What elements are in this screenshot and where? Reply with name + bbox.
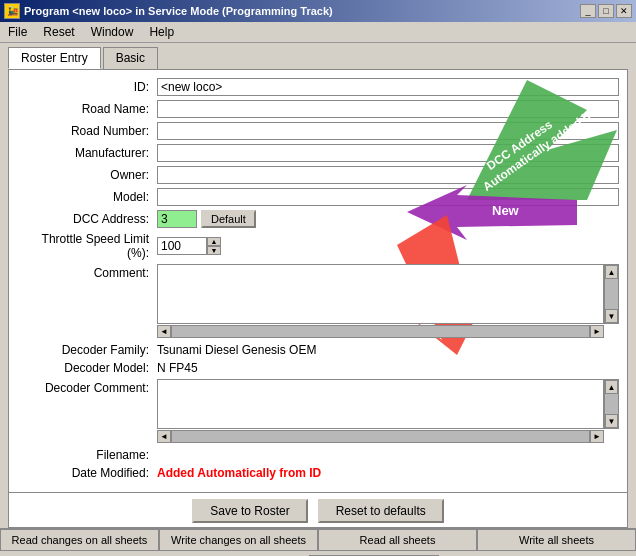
comment-container: ▲ ▼ ◄ ► bbox=[157, 264, 619, 339]
decoder-family-label: Decoder Family: bbox=[17, 343, 157, 357]
decoder-scrollbar-v[interactable]: ▲ ▼ bbox=[604, 379, 619, 429]
title-bar-buttons: _ □ ✕ bbox=[580, 4, 632, 18]
road-number-label: Road Number: bbox=[17, 124, 157, 138]
tabs-row: Roster Entry Basic bbox=[0, 43, 636, 69]
main-content: DCC Address Automatically added here New… bbox=[8, 69, 628, 493]
save-to-roster-button[interactable]: Save to Roster bbox=[192, 499, 307, 523]
model-input[interactable] bbox=[157, 188, 619, 206]
id-row: ID: bbox=[17, 78, 619, 96]
tab-basic[interactable]: Basic bbox=[103, 47, 158, 69]
road-number-input[interactable] bbox=[157, 122, 619, 140]
read-all-sheets-button[interactable]: Read all sheets bbox=[318, 529, 477, 551]
app-icon: 🚂 bbox=[4, 3, 20, 19]
dcc-address-row: DCC Address: Default bbox=[17, 210, 619, 228]
model-label: Model: bbox=[17, 190, 157, 204]
reset-to-defaults-button[interactable]: Reset to defaults bbox=[318, 499, 444, 523]
comment-scrollbar-h[interactable]: ◄ ► bbox=[157, 324, 604, 339]
throttle-input[interactable] bbox=[157, 237, 207, 255]
filename-row: Filename: bbox=[17, 448, 619, 462]
throttle-row: Throttle Speed Limit (%): ▲ ▼ bbox=[17, 232, 619, 260]
write-all-sheets-button[interactable]: Write all sheets bbox=[477, 529, 636, 551]
read-changes-all-sheets-button[interactable]: Read changes on all sheets bbox=[0, 529, 159, 551]
decoder-family-value: Tsunami Diesel Genesis OEM bbox=[157, 343, 316, 357]
decoder-comment-label: Decoder Comment: bbox=[17, 379, 157, 395]
decoder-scroll-track bbox=[605, 394, 618, 414]
road-name-input[interactable] bbox=[157, 100, 619, 118]
throttle-spinner: ▲ ▼ bbox=[207, 237, 221, 255]
dcc-default-button[interactable]: Default bbox=[201, 210, 256, 228]
throttle-down-button[interactable]: ▼ bbox=[207, 246, 221, 255]
maximize-button[interactable]: □ bbox=[598, 4, 614, 18]
scroll-left-arrow[interactable]: ◄ bbox=[157, 325, 171, 338]
dcc-address-label: DCC Address: bbox=[17, 212, 157, 226]
decoder-comment-row: Decoder Comment: ▲ ▼ ◄ ► bbox=[17, 379, 619, 444]
decoder-model-value: N FP45 bbox=[157, 361, 198, 375]
programming-mode-row: Programming Mode Direct Byte Mode ▼ bbox=[0, 551, 636, 556]
throttle-up-button[interactable]: ▲ bbox=[207, 237, 221, 246]
decoder-scroll-track-h bbox=[171, 430, 590, 443]
decoder-scroll-right[interactable]: ► bbox=[590, 430, 604, 443]
manufacturer-label: Manufacturer: bbox=[17, 146, 157, 160]
filename-label: Filename: bbox=[17, 448, 157, 462]
scroll-right-arrow[interactable]: ► bbox=[590, 325, 604, 338]
comment-label: Comment: bbox=[17, 264, 157, 280]
decoder-scroll-down[interactable]: ▼ bbox=[605, 414, 618, 428]
menu-bar: File Reset Window Help bbox=[0, 22, 636, 43]
close-button[interactable]: ✕ bbox=[616, 4, 632, 18]
decoder-scroll-up[interactable]: ▲ bbox=[605, 380, 618, 394]
scroll-track-v bbox=[605, 279, 618, 309]
dcc-address-input[interactable] bbox=[157, 210, 197, 228]
id-label: ID: bbox=[17, 80, 157, 94]
manufacturer-row: Manufacturer: bbox=[17, 144, 619, 162]
scroll-track-h bbox=[171, 325, 590, 338]
decoder-comment-textarea[interactable] bbox=[157, 379, 604, 429]
tab-roster-entry[interactable]: Roster Entry bbox=[8, 47, 101, 69]
owner-input[interactable] bbox=[157, 166, 619, 184]
decoder-family-row: Decoder Family: Tsunami Diesel Genesis O… bbox=[17, 343, 619, 357]
scroll-up-arrow[interactable]: ▲ bbox=[605, 265, 618, 279]
decoder-model-row: Decoder Model: N FP45 bbox=[17, 361, 619, 375]
write-changes-all-sheets-button[interactable]: Write changes on all sheets bbox=[159, 529, 318, 551]
decoder-model-label: Decoder Model: bbox=[17, 361, 157, 375]
comment-area: ▲ ▼ bbox=[157, 264, 619, 324]
model-row: Model: bbox=[17, 188, 619, 206]
date-modified-row: Date Modified: Added Automatically from … bbox=[17, 466, 619, 480]
menu-reset[interactable]: Reset bbox=[39, 24, 78, 40]
owner-row: Owner: bbox=[17, 166, 619, 184]
owner-label: Owner: bbox=[17, 168, 157, 182]
road-name-row: Road Name: bbox=[17, 100, 619, 118]
decoder-scrollbar-h[interactable]: ◄ ► bbox=[157, 429, 604, 444]
menu-window[interactable]: Window bbox=[87, 24, 138, 40]
window-title: Program <new loco> in Service Mode (Prog… bbox=[24, 5, 333, 17]
throttle-control: ▲ ▼ bbox=[157, 237, 221, 255]
minimize-button[interactable]: _ bbox=[580, 4, 596, 18]
bottom-buttons: Read changes on all sheets Write changes… bbox=[0, 528, 636, 551]
title-bar: 🚂 Program <new loco> in Service Mode (Pr… bbox=[0, 0, 636, 22]
comment-scrollbar-v[interactable]: ▲ ▼ bbox=[604, 264, 619, 324]
auto-added-text: Added Automatically from ID bbox=[157, 466, 321, 480]
title-bar-left: 🚂 Program <new loco> in Service Mode (Pr… bbox=[4, 3, 333, 19]
decoder-scroll-left[interactable]: ◄ bbox=[157, 430, 171, 443]
action-buttons: Save to Roster Reset to defaults bbox=[8, 493, 628, 527]
decoder-comment-area: ▲ ▼ bbox=[157, 379, 619, 429]
road-number-row: Road Number: bbox=[17, 122, 619, 140]
throttle-label: Throttle Speed Limit (%): bbox=[17, 232, 157, 260]
menu-help[interactable]: Help bbox=[145, 24, 178, 40]
manufacturer-input[interactable] bbox=[157, 144, 619, 162]
scroll-down-arrow[interactable]: ▼ bbox=[605, 309, 618, 323]
date-modified-label: Date Modified: bbox=[17, 466, 157, 480]
comment-row: Comment: ▲ ▼ ◄ ► bbox=[17, 264, 619, 339]
road-name-label: Road Name: bbox=[17, 102, 157, 116]
decoder-comment-container: ▲ ▼ ◄ ► bbox=[157, 379, 619, 444]
comment-textarea[interactable] bbox=[157, 264, 604, 324]
id-input[interactable] bbox=[157, 78, 619, 96]
menu-file[interactable]: File bbox=[4, 24, 31, 40]
